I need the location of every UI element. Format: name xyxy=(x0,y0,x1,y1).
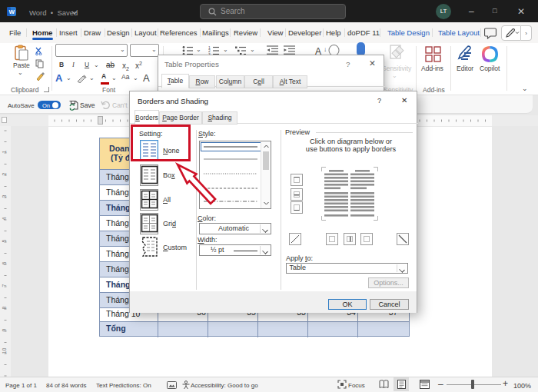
svg-text:4: 4 xyxy=(2,218,7,221)
svg-text:10: 10 xyxy=(2,348,7,354)
svg-text:7: 7 xyxy=(2,284,7,287)
svg-text:5: 5 xyxy=(2,240,7,243)
svg-text:3: 3 xyxy=(2,195,7,198)
svg-text:8: 8 xyxy=(2,307,7,310)
svg-text:2: 2 xyxy=(2,173,7,176)
svg-text:9: 9 xyxy=(2,329,7,332)
svg-text:1: 1 xyxy=(2,151,7,154)
svg-text:6: 6 xyxy=(2,262,7,265)
svg-text:W: W xyxy=(9,8,15,15)
